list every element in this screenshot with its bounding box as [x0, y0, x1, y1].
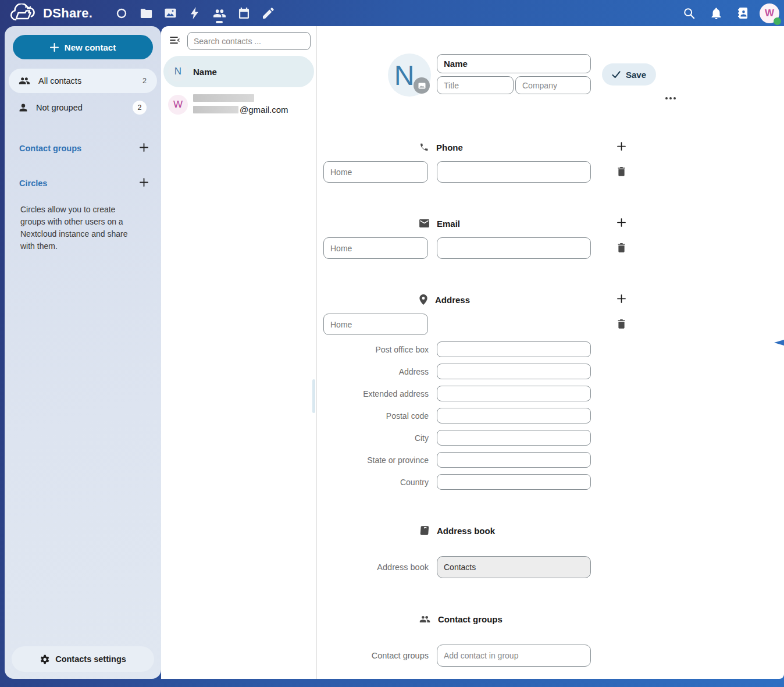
person-icon	[19, 103, 28, 112]
nav-files-button[interactable]	[140, 0, 152, 26]
phone-row	[323, 161, 626, 183]
pencil-icon	[263, 8, 274, 19]
contact-name: Name	[193, 67, 217, 77]
redacted-email-prefix	[193, 106, 238, 113]
address-field-label: City	[323, 433, 429, 443]
contact-groups-section-header: Contact groups	[323, 613, 626, 625]
plus-icon	[617, 294, 626, 303]
city-input[interactable]	[437, 430, 591, 446]
notifications-button[interactable]	[706, 3, 726, 23]
all-contacts-count: 2	[142, 77, 147, 85]
add-contact-group-button[interactable]	[137, 141, 151, 156]
collapse-sidebar-button[interactable]	[169, 34, 181, 48]
contact-groups-caption: Contact groups	[5, 141, 161, 156]
contact-avatar: N	[168, 62, 188, 81]
lightning-icon	[190, 7, 199, 19]
contact-avatar: W	[168, 95, 188, 115]
address-field-label: Postal code	[323, 411, 429, 421]
check-icon	[612, 71, 621, 79]
phone-icon	[419, 143, 429, 152]
address-book-section-header: Address book	[323, 524, 626, 537]
contacts-settings-button[interactable]: Contacts settings	[12, 646, 154, 672]
contact-text: @gmail.com	[193, 94, 288, 115]
plus-icon	[50, 43, 59, 52]
circles-header: Circles	[19, 179, 47, 188]
nav-contacts-button[interactable]	[213, 0, 226, 26]
address-type-select[interactable]	[323, 314, 428, 335]
address-field-label: Extended address	[323, 389, 429, 398]
nav-calendar-button[interactable]	[237, 0, 250, 26]
sidebar-item-label: Not grouped	[36, 103, 83, 112]
trash-icon	[617, 166, 626, 176]
picture-icon	[418, 83, 426, 89]
phone-value-input[interactable]	[437, 161, 591, 183]
contacts-menu-button[interactable]	[733, 3, 753, 23]
trash-icon	[617, 319, 626, 329]
address-input[interactable]	[437, 364, 591, 379]
not-grouped-count: 2	[133, 101, 147, 115]
upload-photo-button[interactable]	[414, 77, 430, 94]
sidebar-item-all-contacts[interactable]: All contacts 2	[9, 69, 157, 93]
list-resize-handle[interactable]	[312, 379, 315, 413]
address-book-row: Address book	[323, 556, 626, 578]
editor-header: N Save	[323, 26, 626, 124]
sidebar-item-not-grouped[interactable]: Not grouped 2	[9, 95, 157, 120]
delete-phone-button[interactable]	[617, 165, 626, 179]
online-status-dot	[774, 17, 781, 25]
add-phone-button[interactable]	[617, 141, 626, 154]
user-avatar[interactable]: W	[760, 3, 779, 23]
address-type-row	[323, 314, 626, 335]
brand[interactable]: DShare.	[0, 3, 102, 23]
add-address-button[interactable]	[617, 293, 626, 306]
folder-icon	[140, 8, 152, 19]
dshare-logo-icon	[8, 3, 38, 23]
nav-activity-button[interactable]	[188, 0, 201, 26]
post-office-box-input[interactable]	[437, 341, 591, 357]
nav-notes-button[interactable]	[262, 0, 275, 26]
new-contact-button[interactable]: New contact	[13, 35, 153, 59]
add-circle-button[interactable]	[137, 176, 151, 191]
nav-dashboard-button[interactable]	[115, 0, 128, 26]
email-section-title: Email	[437, 219, 460, 229]
address-section-title: Address	[435, 295, 470, 305]
app-content: New contact All contacts 2 Not grouped 2…	[0, 26, 784, 679]
address-book-select[interactable]	[437, 556, 591, 578]
title-input[interactable]	[437, 76, 514, 94]
nav-photos-button[interactable]	[164, 0, 177, 26]
contact-groups-section-title: Contact groups	[438, 614, 503, 624]
new-contact-label: New contact	[65, 42, 116, 52]
address-field-label: Address	[323, 367, 429, 376]
delete-email-button[interactable]	[617, 241, 626, 255]
add-email-button[interactable]	[617, 217, 626, 230]
location-pin-icon	[419, 294, 427, 305]
more-actions-button[interactable]	[662, 94, 679, 103]
phone-section-title: Phone	[436, 143, 463, 152]
email-value-input[interactable]	[437, 237, 591, 259]
email-row	[323, 237, 626, 259]
country-input[interactable]	[437, 474, 591, 490]
contacts-settings-label: Contacts settings	[55, 654, 126, 664]
contact-list-header	[161, 26, 316, 55]
email-type-select[interactable]	[323, 237, 428, 259]
search-icon	[683, 8, 695, 19]
state-province-input[interactable]	[437, 452, 591, 468]
add-contact-in-group-input[interactable]	[437, 645, 591, 667]
unified-search-button[interactable]	[679, 3, 699, 23]
address-section-header: Address	[323, 293, 626, 306]
photos-icon	[165, 8, 176, 18]
plus-icon	[140, 178, 148, 187]
edge-arrow-icon[interactable]	[774, 340, 784, 346]
contact-list-item[interactable]: W @gmail.com	[163, 88, 314, 120]
phone-type-select[interactable]	[323, 161, 428, 183]
search-contacts-input[interactable]	[187, 32, 311, 50]
save-button[interactable]: Save	[602, 63, 656, 86]
delete-address-button[interactable]	[617, 318, 626, 332]
email-icon	[419, 219, 429, 227]
redacted-name	[193, 94, 254, 102]
company-input[interactable]	[515, 76, 591, 94]
topbar: DShare.	[0, 0, 784, 26]
extended-address-input[interactable]	[437, 386, 591, 401]
name-input[interactable]	[437, 54, 591, 73]
postal-code-input[interactable]	[437, 408, 591, 423]
contact-list-item-selected[interactable]: N Name	[163, 56, 314, 87]
